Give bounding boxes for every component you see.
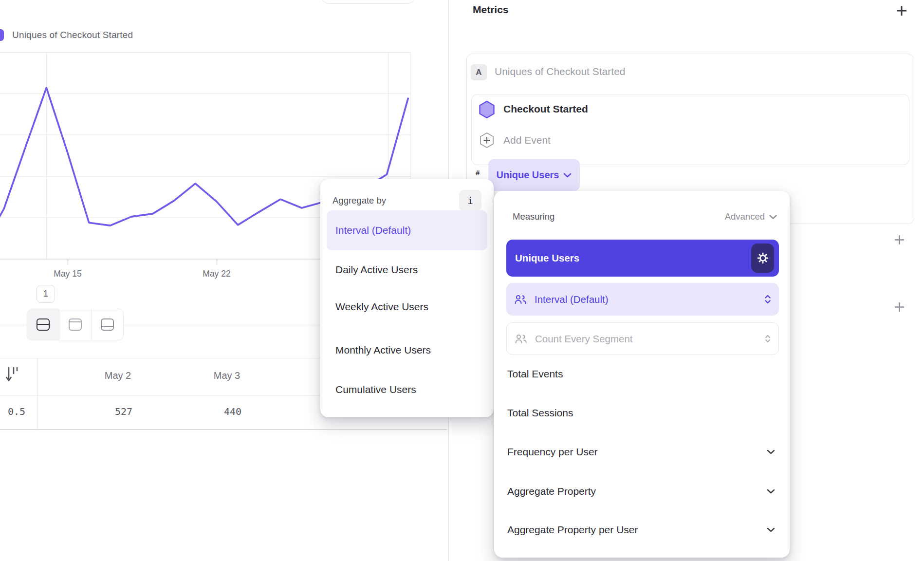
legend-series-marker (0, 29, 4, 41)
measuring-interval-row[interactable]: Interval (Default) (506, 283, 779, 316)
event-name[interactable]: Checkout Started (503, 103, 588, 115)
aggregate-option-monthly[interactable]: Monthly Active Users (335, 344, 431, 356)
chevron-down-icon (769, 215, 777, 219)
advanced-mode-dropdown[interactable]: Advanced (725, 211, 777, 222)
measuring-option-aggregate-property[interactable]: Aggregate Property (507, 486, 775, 497)
unfold-chevrons-icon (765, 335, 771, 343)
aggregate-option-weekly[interactable]: Weekly Active Users (335, 301, 428, 313)
counting-method-prefix: # (476, 168, 480, 177)
measuring-popup: Measuring Advanced Unique Users (494, 191, 790, 558)
aggregate-by-title: Aggregate by (333, 195, 386, 206)
aggregate-by-popup: Aggregate by i Interval (Default) Daily … (320, 179, 494, 417)
metric-card-title[interactable]: Uniques of Checkout Started (495, 66, 626, 77)
table-row-label-clipped: 0.5 (0, 406, 25, 417)
people-icon (515, 334, 528, 344)
table-cell-value: 527 (115, 406, 132, 417)
add-metric-button[interactable] (897, 6, 906, 16)
metric-letter-badge: A (471, 64, 487, 80)
chevron-down-icon (563, 173, 572, 178)
measuring-option-aggregate-property-per-user[interactable]: Aggregate Property per User (507, 524, 775, 536)
x-axis-tick-may15: May 15 (54, 269, 81, 279)
layout-table-only-button[interactable] (92, 309, 123, 340)
event-hexagon-icon (478, 100, 496, 119)
counting-method-chip[interactable]: Unique Users (488, 159, 580, 191)
advanced-mode-label: Advanced (725, 211, 765, 222)
unique-users-label: Unique Users (515, 252, 579, 264)
table-header-cell[interactable]: May 2 (105, 370, 131, 381)
add-event-hexagon-icon[interactable] (479, 132, 495, 149)
measuring-option-frequency-per-user[interactable]: Frequency per User (507, 446, 775, 458)
chart-legend: Uniques of Checkout Started (0, 28, 133, 42)
interval-row-label: Interval (Default) (535, 294, 764, 305)
segment-row-label: Count Every Segment (535, 333, 765, 345)
legend-series-label: Uniques of Checkout Started (12, 30, 133, 40)
option-label: Total Sessions (507, 407, 573, 419)
measuring-label: Measuring (513, 211, 554, 222)
measuring-option-total-sessions[interactable]: Total Sessions (507, 407, 775, 419)
unfold-chevrons-icon (764, 295, 771, 304)
gear-icon (757, 252, 769, 264)
x-axis-tick-may22: May 22 (203, 269, 230, 279)
panel-top-icon (69, 318, 82, 331)
option-label: Aggregate Property per User (507, 524, 638, 536)
measuring-option-total-events[interactable]: Total Events (507, 368, 775, 380)
aggregate-option-interval-selected[interactable]: Interval (Default) (327, 210, 487, 250)
page-number-badge[interactable]: 1 (37, 285, 55, 303)
measuring-count-every-segment-row[interactable]: Count Every Segment (506, 322, 779, 355)
sort-descending-icon[interactable] (6, 366, 18, 384)
table-header-cell[interactable]: May 3 (214, 370, 240, 381)
aggregate-option-daily[interactable]: Daily Active Users (335, 264, 418, 276)
option-label: Total Events (507, 368, 563, 380)
panel-bottom-icon (101, 318, 114, 331)
option-label: Frequency per User (507, 446, 598, 458)
people-icon (514, 294, 527, 305)
add-event-label[interactable]: Add Event (503, 134, 551, 146)
add-breakdown-button[interactable] (895, 302, 904, 312)
chevron-down-icon (767, 489, 775, 494)
aggregate-option-cumulative[interactable]: Cumulative Users (335, 384, 416, 395)
table-bottom-border (0, 429, 447, 430)
app-window: Uniques of Checkout Started May 15 May 2… (0, 0, 924, 561)
layout-chart-only-button[interactable] (59, 309, 92, 340)
table-cell-value: 440 (224, 406, 241, 417)
settings-gear-button[interactable] (751, 243, 774, 273)
toolbar-pill-clipped[interactable] (321, 0, 416, 4)
table-column-divider (37, 358, 37, 429)
info-button[interactable]: i (459, 190, 481, 211)
metrics-section-title: Metrics (473, 4, 509, 16)
measuring-option-unique-users-selected[interactable]: Unique Users (506, 240, 779, 277)
chevron-down-icon (767, 527, 775, 532)
chevron-down-icon (767, 449, 775, 454)
split-horizontal-icon (37, 318, 50, 331)
layout-toggle-group (27, 309, 124, 340)
option-label: Aggregate Property (507, 486, 596, 497)
counting-method-label: Unique Users (497, 169, 559, 181)
layout-split-button[interactable] (27, 309, 59, 340)
add-filter-button[interactable] (895, 235, 904, 244)
